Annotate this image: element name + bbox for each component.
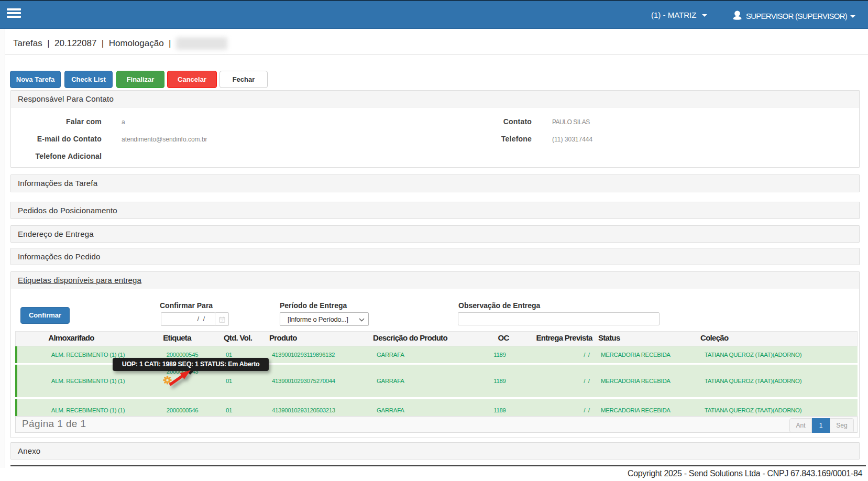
svg-text:7: 7 (221, 319, 223, 322)
